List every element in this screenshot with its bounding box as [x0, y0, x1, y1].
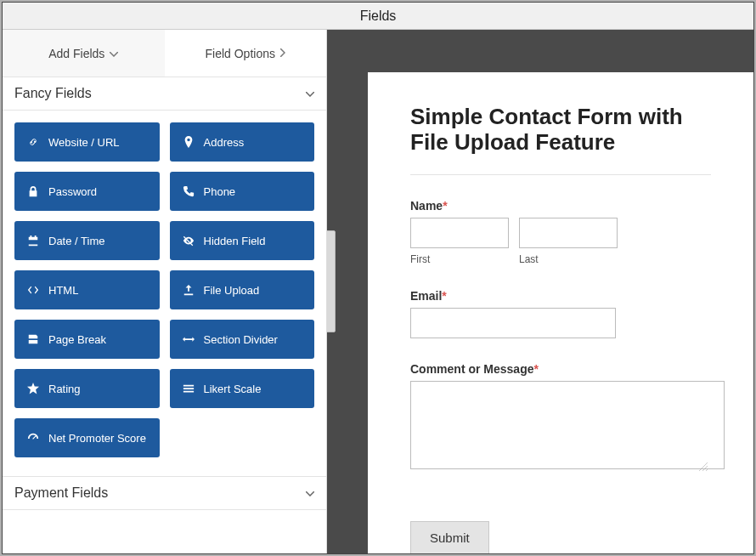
- last-name-input[interactable]: [519, 218, 618, 248]
- field-nps[interactable]: Net Promoter Score: [14, 418, 160, 457]
- calendar-icon: [26, 234, 40, 247]
- email-label: Email*: [410, 289, 711, 303]
- lock-icon: [26, 184, 40, 198]
- chevron-down-icon: [306, 88, 314, 99]
- first-name-sublabel: First: [410, 253, 509, 265]
- chevron-right-icon: [280, 48, 285, 59]
- tab-add-fields[interactable]: Add Fields: [3, 30, 165, 77]
- section-payment-label: Payment Fields: [14, 485, 108, 501]
- field-date-time[interactable]: Date / Time: [14, 221, 160, 260]
- field-label: Phone: [204, 185, 236, 198]
- section-payment-fields[interactable]: Payment Fields: [3, 476, 326, 510]
- field-label: Address: [204, 136, 245, 149]
- chevron-down-icon: [306, 487, 314, 499]
- field-address[interactable]: Address: [170, 122, 315, 162]
- window-titlebar: Fields: [3, 3, 753, 30]
- section-fancy-fields[interactable]: Fancy Fields: [3, 77, 326, 111]
- tab-add-fields-label: Add Fields: [48, 47, 104, 60]
- name-inputs: First Last: [410, 218, 711, 265]
- field-label: Website / URL: [48, 136, 120, 149]
- field-file-upload[interactable]: File Upload: [170, 270, 315, 309]
- field-label: Date / Time: [48, 235, 104, 247]
- tab-field-options-label: Field Options: [206, 47, 275, 60]
- field-comment: Comment or Message*: [410, 362, 711, 472]
- field-rating[interactable]: Rating: [14, 369, 160, 408]
- first-name-input[interactable]: [410, 218, 509, 248]
- preview-area: Simple Contact Form with File Upload Fea…: [327, 30, 753, 553]
- star-icon: [26, 382, 40, 395]
- field-email: Email*: [410, 289, 711, 338]
- field-page-break[interactable]: Page Break: [14, 320, 160, 359]
- submit-button[interactable]: Submit: [410, 521, 489, 553]
- upload-icon: [182, 283, 195, 297]
- page-break-icon: [26, 332, 40, 346]
- field-password[interactable]: Password: [14, 172, 160, 211]
- window-title: Fields: [360, 9, 397, 23]
- field-section-divider[interactable]: Section Divider: [170, 320, 315, 359]
- field-name: Name* First Last: [410, 199, 711, 265]
- last-name-sublabel: Last: [519, 253, 618, 265]
- fancy-fields-grid: Website / URL Address Password: [3, 111, 326, 469]
- field-label: Section Divider: [204, 333, 278, 346]
- code-icon: [26, 283, 40, 297]
- field-label: HTML: [48, 284, 78, 297]
- form-canvas: Simple Contact Form with File Upload Fea…: [368, 72, 753, 553]
- resize-grip-icon: [699, 460, 708, 468]
- required-indicator: *: [533, 362, 538, 376]
- field-label: Likert Scale: [204, 383, 262, 395]
- sliders-icon: [182, 382, 195, 395]
- field-html[interactable]: HTML: [14, 270, 160, 309]
- map-pin-icon: [182, 135, 195, 149]
- comment-label: Comment or Message*: [410, 362, 711, 376]
- arrows-h-icon: [182, 332, 195, 346]
- field-likert-scale[interactable]: Likert Scale: [170, 369, 315, 408]
- name-label: Name*: [410, 199, 711, 213]
- field-label: Rating: [48, 383, 81, 395]
- left-panel: Add Fields Field Options Fancy Fields: [3, 30, 327, 553]
- required-indicator: *: [443, 199, 447, 213]
- main-area: Add Fields Field Options Fancy Fields: [3, 30, 753, 553]
- drop-placeholder: [327, 230, 336, 332]
- required-indicator: *: [442, 289, 446, 303]
- field-label: Page Break: [48, 333, 106, 346]
- form-title: Simple Contact Form with File Upload Fea…: [410, 105, 711, 156]
- section-fancy-label: Fancy Fields: [14, 86, 92, 101]
- panel-tabs: Add Fields Field Options: [3, 30, 326, 77]
- email-input[interactable]: [410, 308, 616, 338]
- field-label: Net Promoter Score: [48, 432, 146, 445]
- app-window: Fields Add Fields Field Options: [2, 2, 754, 554]
- field-phone[interactable]: Phone: [170, 172, 315, 211]
- field-website-url[interactable]: Website / URL: [14, 122, 160, 162]
- phone-icon: [182, 184, 195, 198]
- comment-textarea[interactable]: [410, 381, 725, 469]
- field-label: Password: [48, 185, 97, 198]
- eye-slash-icon: [182, 234, 195, 247]
- chevron-down-icon: [110, 48, 118, 59]
- gauge-icon: [26, 431, 40, 445]
- field-label: Hidden Field: [204, 235, 266, 247]
- field-label: File Upload: [204, 284, 260, 297]
- field-hidden[interactable]: Hidden Field: [170, 221, 315, 260]
- divider: [410, 174, 711, 175]
- tab-field-options[interactable]: Field Options: [165, 30, 327, 77]
- link-icon: [26, 135, 40, 149]
